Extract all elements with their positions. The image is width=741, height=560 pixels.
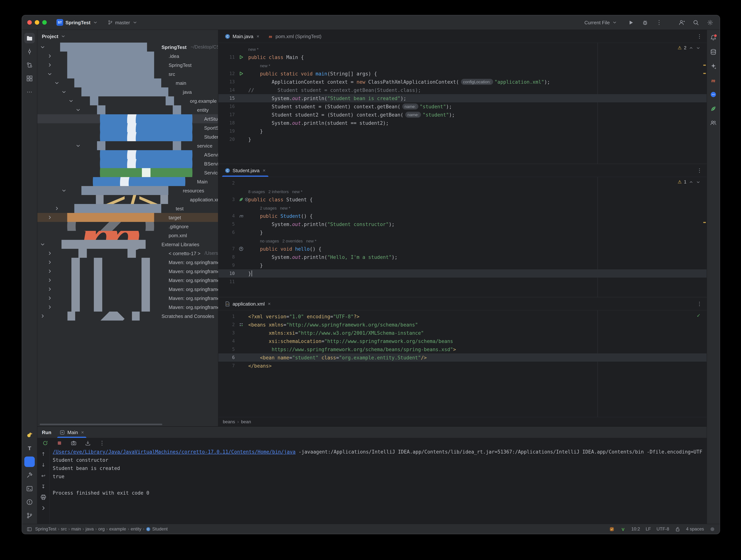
close-tab-icon[interactable]: ✕ [268,302,271,306]
scrollend-button[interactable]: ↧ [39,482,48,490]
line-number[interactable]: 8 [218,254,239,260]
chevron-down-icon[interactable] [75,107,81,113]
line-number[interactable]: 4 [218,213,239,219]
line-number[interactable]: 10 [218,271,239,276]
spring-toolwindow-button[interactable] [709,104,718,113]
tree-item-maven-org.springframework-spring-context-6.0.4[interactable]: Maven: org.springframework:spring-contex… [38,276,218,285]
breadcrumb-beans[interactable]: beans [223,419,235,424]
structure-toolwindow-button[interactable] [24,73,35,84]
line-number[interactable]: 3 [218,330,239,335]
code-line[interactable]: 9 } [218,261,706,269]
code-line[interactable]: 19 } [218,127,706,135]
ide-status-button[interactable] [609,526,614,532]
inlay-hint[interactable]: name: [402,103,418,109]
printer-button[interactable] [39,493,48,501]
branch-widget[interactable]: master [105,18,140,27]
chevron-down-icon[interactable] [54,80,60,86]
minimize-window-button[interactable] [35,20,39,25]
code-line[interactable]: 8 usages 2 inheritors new * [218,187,706,195]
status-breadcrumb-springtest[interactable]: SpringTest [35,527,56,532]
chevron-right-icon[interactable] [47,268,53,274]
code-line[interactable]: 12 public static void main(String[] args… [218,70,706,78]
tree-item-external-libraries[interactable]: External Libraries [38,240,218,249]
chevron-down-icon[interactable] [68,98,74,104]
users-toolwindow-button[interactable] [709,118,718,128]
more-h-toolwindow-button[interactable]: ⋯ [24,87,35,97]
tree-item-maven-org.springframework-spring-aop-6.0.4[interactable]: Maven: org.springframework:spring-aop:6.… [38,258,218,267]
error-stripe-mark[interactable] [703,65,706,66]
code-line[interactable]: 7</beans> [218,362,706,370]
tree-item-main[interactable]: CMain [38,177,218,186]
status-breadcrumb-main[interactable]: main [71,527,81,532]
tree-item-springtest[interactable]: SpringTest~/Desktop/CS/JavaEE/2 Java Spr… [38,43,218,52]
code-line[interactable]: 2<beans xmlns="http://www.springframewor… [218,321,706,329]
code-line[interactable]: 13 ApplicationContext context = new Clas… [218,78,706,86]
inlay-hint[interactable]: configLocation: [461,79,493,85]
code-line[interactable]: 3public class Student { [218,195,706,204]
gear-button[interactable] [705,18,715,27]
status-breadcrumb-example[interactable]: example [109,527,126,532]
line-number[interactable]: 19 [218,129,239,134]
code-line[interactable]: 1<?xml version="1.0" encoding="UTF-8"?> [218,312,706,321]
chev-right-button[interactable] [39,504,48,512]
tree-item-src[interactable]: src [38,70,218,78]
editor-content[interactable]: ⚠128 usages 2 inheritors new *3public cl… [218,177,706,297]
code-vision-hint[interactable]: new * [260,63,270,68]
import-button[interactable] [84,439,92,447]
status-breadcrumb-java[interactable]: java [85,527,94,532]
editor-options-icon[interactable]: ⋮ [692,30,706,43]
rerun-button[interactable] [41,439,49,447]
line-number[interactable]: 12 [218,71,239,76]
build-toolwindow-button[interactable] [24,470,35,480]
next-problem-icon[interactable] [696,179,700,184]
chevron-down-icon[interactable] [61,187,67,193]
commit-toolwindow-button[interactable] [24,46,35,57]
line-number[interactable]: 5 [218,222,239,227]
tree-item-service[interactable]: service [38,141,218,150]
tree-item-maven-org.springframework-spring-expression-6.0.4[interactable]: Maven: org.springframework:spring-expres… [38,294,218,303]
chevron-right-icon[interactable] [47,215,53,220]
window-icon[interactable] [26,526,32,532]
tree-item-org.example[interactable]: org.example [38,96,218,105]
chevron-right-icon[interactable] [47,295,53,301]
tab-main.java[interactable]: CMain.java✕ [220,30,264,43]
tree-item-.gitignore[interactable]: .gitignore [38,222,218,231]
code-line[interactable]: 17 Student student2 = (Student) context.… [218,110,706,119]
tree-item-aservice[interactable]: CAService [38,150,218,159]
status-breadcrumb-src[interactable]: src [61,527,67,532]
bug-button[interactable] [641,18,650,27]
code-line[interactable]: 16 Student student = (Student) context.g… [218,102,706,110]
readonly-lock-button[interactable] [675,526,680,532]
code-line[interactable]: 8 System.out.println("Hello, I'm a stude… [218,253,706,261]
up-button[interactable]: ↑ [39,450,48,458]
code-line[interactable]: new * [218,61,706,70]
tab-student.java[interactable]: CStudent.java✕ [220,164,270,177]
tree-item-main[interactable]: main [38,78,218,87]
chevron-down-icon[interactable] [75,143,81,149]
tree-item-bservice[interactable]: CBService [38,159,218,168]
inlay-hint[interactable]: name: [405,112,421,118]
line-number[interactable]: 16 [218,104,239,109]
code-vision-hint[interactable]: 8 usages 2 inheritors new * [248,189,302,194]
line-number[interactable]: 2 [218,322,239,327]
camera-button[interactable] [70,439,78,447]
more-v-button[interactable]: ⋮ [98,439,106,447]
chevron-right-icon[interactable] [47,62,53,68]
editor-content[interactable]: ✓1<?xml version="1.0" encoding="UTF-8"?>… [218,310,706,417]
run-config-selector[interactable]: Current File [581,18,620,27]
error-stripe-mark[interactable] [703,73,706,74]
code-line[interactable]: 11 [218,277,706,286]
line-number[interactable]: 11 [218,55,239,60]
chevron-down-icon[interactable] [61,89,67,95]
chevron-right-icon[interactable] [47,304,53,310]
tree-item-service[interactable]: IService [38,168,218,177]
line-separator[interactable]: LF [646,527,651,532]
code-line[interactable]: 20} [218,135,706,144]
close-tab-icon[interactable]: ✕ [81,430,84,434]
tree-item-corretto-17[interactable]: < corretto-17 >/Users/eve/Library/Java/J… [38,249,218,258]
file-encoding[interactable]: UTF-8 [657,527,669,532]
close-tab-icon[interactable]: ✕ [263,168,266,172]
tree-item-sportstudent[interactable]: CSportStudent [38,123,218,132]
code-line[interactable]: 6 } [218,228,706,236]
code-vision-hint[interactable]: no usages 2 overrides new * [260,239,317,243]
